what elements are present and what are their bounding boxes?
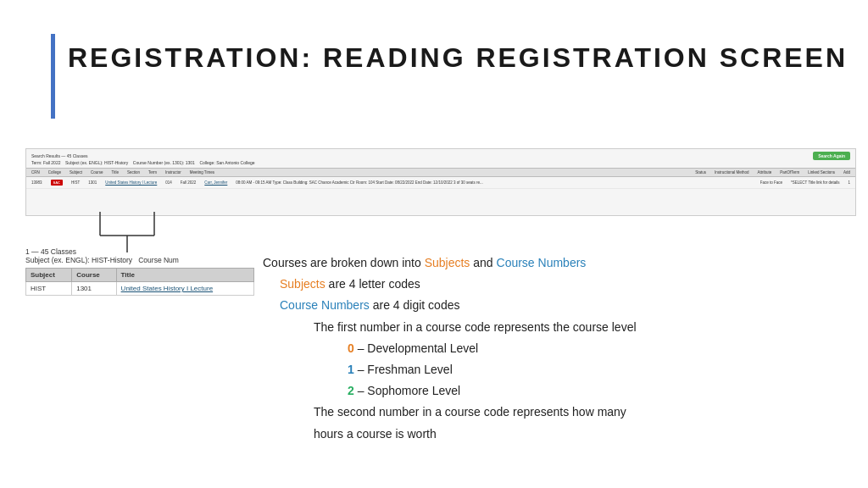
explanation-line8: The second number in a course code repre… — [314, 402, 839, 423]
small-table-header: 1 — 45 Classes Subject (ex. ENGL): HIST-… — [25, 247, 254, 264]
explanation-block: Courses are broken down into Subjects an… — [263, 252, 839, 445]
small-subject-cell: HIST — [26, 282, 72, 296]
college-badge: SAC — [51, 180, 63, 186]
page-title: REGISTRATION: READING REGISTRATION SCREE… — [68, 42, 848, 74]
section-cell: 014 — [165, 180, 172, 185]
table-header: CRN College Subject Course Title Section… — [26, 168, 855, 177]
explanation-line3: Course Numbers are 4 digit codes — [280, 295, 839, 316]
small-title-cell[interactable]: United States History I Lecture — [116, 282, 253, 296]
status-cell: Face to Face — [760, 180, 782, 185]
explanation-line7: 2 – Sophomore Level — [348, 380, 839, 402]
search-results-text: Search Results — 45 Classes — [31, 153, 87, 158]
small-table: Subject Course Title HIST 1301 United St… — [25, 268, 254, 296]
term-label: Term: Fall 2022 — [31, 160, 60, 165]
col-subject: Subject — [26, 269, 72, 282]
college-label: College: San Antonio College — [199, 160, 254, 165]
explanation-line5: 0 – Developmental Level — [348, 338, 839, 359]
explanation-line6: 1 – Freshman Level — [348, 359, 839, 380]
col-course: Course — [72, 269, 116, 282]
part-of-term-cell: 1 — [848, 180, 850, 185]
course-cell: 1301 — [88, 180, 97, 185]
explanation-line4: The first number in a course code repres… — [314, 317, 839, 338]
small-table-row: HIST 1301 United States History I Lectur… — [26, 282, 254, 296]
crn-cell: 13983 — [31, 180, 42, 185]
course-number-label: Course Number (ex. 1301): 1301 — [133, 160, 195, 165]
table-row: 13983 SAC HIST 1301 United States Histor… — [26, 177, 855, 189]
explanation-line1: Courses are broken down into Subjects an… — [263, 252, 839, 274]
explanation-line9: hours a course is worth — [314, 424, 839, 445]
subject-label: Subject (ex. ENGL): HIST-History — [65, 160, 128, 165]
screenshot-mockup: Search Again Search Results — 45 Classes… — [25, 148, 856, 216]
term-cell: Fall 2022 — [181, 180, 197, 185]
decorative-bar — [51, 34, 55, 119]
title-cell[interactable]: United States History I Lecture — [105, 180, 157, 185]
meeting-times-cell: 08:00 AM - 09:15 AM Type: Class Building… — [236, 180, 751, 185]
instructor-cell[interactable]: Carr, Jennifer — [204, 180, 227, 185]
col-title: Title — [116, 269, 253, 282]
search-again-button[interactable]: Search Again — [813, 152, 850, 160]
attribute-cell: *SELECT Title link for details — [791, 180, 839, 185]
subject-cell: HIST — [71, 180, 80, 185]
small-table-area: 1 — 45 Classes Subject (ex. ENGL): HIST-… — [25, 247, 254, 296]
small-course-cell: 1301 — [72, 282, 116, 296]
explanation-line2: Subjects are 4 letter codes — [280, 274, 839, 295]
